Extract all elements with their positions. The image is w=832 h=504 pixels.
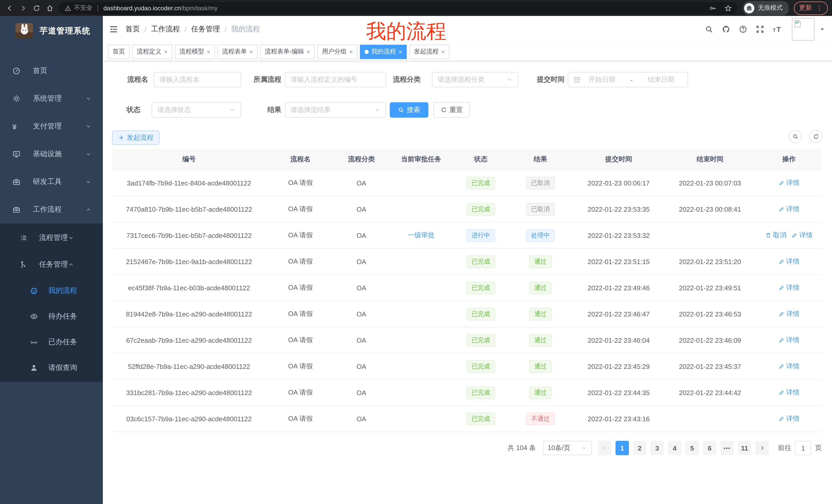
search-button[interactable]: 搜索 [390,102,428,118]
breadcrumb-workflow[interactable]: 工作流程 [151,25,180,34]
browser-menu-icon[interactable]: ⋮ [816,4,823,12]
detail-button[interactable]: 详情 [779,257,800,266]
tab-home[interactable]: 首页 [108,45,130,59]
detail-button[interactable]: 详情 [779,414,800,423]
page-button-1[interactable]: 1 [616,441,629,455]
table-row: 03c6c157-7b9a-11ec-a290-acde48001122 OA … [112,405,822,432]
home-button[interactable] [43,1,57,15]
cell-category: OA [335,222,388,248]
tab-label: 流程模型 [179,47,204,56]
user-menu[interactable] [792,18,825,40]
table-search-toggle-button[interactable] [789,130,802,143]
prev-page-button[interactable] [598,441,612,455]
next-page-button[interactable] [755,441,769,455]
filter-category-select[interactable]: 请选择流程分类 [432,72,518,87]
tab-process-form[interactable]: 流程表单× [217,45,258,59]
site-security[interactable]: 不安全 [65,4,93,12]
update-button[interactable]: 更新 ⋮ [794,1,828,15]
breadcrumb-task-mgmt[interactable]: 任务管理 [191,25,220,34]
logo-image [16,23,33,38]
cell-id: 67c2eaab-7b9a-11ec-a290-acde48001122 [112,327,266,353]
page-size-select[interactable]: 10条/页 [543,441,592,455]
page-button-11[interactable]: 11 [738,441,751,455]
page-button-2[interactable]: 2 [633,441,646,455]
detail-button[interactable]: 详情 [779,335,800,345]
cell-end-time [664,222,756,248]
cell-submit-time: 2022-01-22 23:45:29 [574,353,664,380]
sidebar-item-label: 系统管理 [33,94,85,103]
sidebar-item-home[interactable]: 首页 [0,57,103,85]
tab-user-group[interactable]: 用户分组× [317,45,357,59]
close-icon[interactable]: × [207,49,210,55]
sidebar-item-workflow[interactable]: 工作流程 [0,196,103,223]
tab-my-process[interactable]: 我的流程× [360,45,407,59]
start-process-button[interactable]: 发起流程 [112,131,159,145]
detail-button[interactable]: 详情 [779,309,800,318]
detail-button[interactable]: 详情 [779,362,800,371]
close-icon[interactable]: × [164,49,167,55]
sidebar-collapse-button[interactable] [109,25,118,34]
back-button[interactable] [3,1,17,15]
breadcrumb-home[interactable]: 首页 [126,25,140,34]
table-refresh-button[interactable] [809,130,822,143]
page-button-4[interactable]: 4 [668,441,681,455]
page-button-6[interactable]: 6 [703,441,716,455]
fullscreen-button[interactable] [756,25,764,33]
sidebar-item-my-process[interactable]: 我的流程 [0,278,103,304]
sidebar-item-leave-query[interactable]: 请假查询 [0,355,103,381]
detail-button[interactable]: 详情 [779,388,800,397]
help-button[interactable] [739,25,747,33]
result-badge: 通过 [529,281,552,294]
close-icon[interactable]: × [398,49,402,55]
sidebar-item-done-tasks[interactable]: 已办任务 [0,329,103,355]
reload-button[interactable] [30,1,43,15]
cell-end-time: 2022-01-22 23:44:42 [664,380,756,405]
sidebar-item-label: 工作流程 [33,205,85,214]
forward-button[interactable] [17,1,30,15]
page-button-5[interactable]: 5 [685,441,699,455]
tab-process-form-edit[interactable]: 流程表单-编辑× [260,45,315,59]
detail-button[interactable]: 详情 [779,283,800,292]
font-size-button[interactable]: TT [773,25,783,33]
key-icon[interactable] [709,4,716,11]
sidebar-item-infra[interactable]: 基础设施 [0,140,103,168]
address-bar[interactable]: 不安全 dashboard.yudao.iocoder.cn/bpm/task/… [59,2,738,14]
cancel-button[interactable]: 取消 [765,231,786,240]
sidebar-item-process-mgmt[interactable]: 流程管理 [0,225,103,251]
close-icon[interactable]: × [349,49,353,55]
close-icon[interactable]: × [307,49,310,55]
detail-button[interactable]: 详情 [779,204,800,214]
tab-process-definition[interactable]: 流程定义× [132,45,172,59]
filter-result-select[interactable]: 请选择流结果 [285,102,386,118]
sidebar-item-payment[interactable]: ¥ 支付管理 [0,113,103,140]
filter-status-select[interactable]: 请选择状态 [152,102,241,118]
sidebar-item-devtools[interactable]: 研发工具 [0,168,103,196]
tab-start-process[interactable]: 发起流程× [409,45,449,59]
header-search-button[interactable] [705,25,713,33]
sidebar-item-system[interactable]: 系统管理 [0,85,103,113]
list-icon [20,234,28,242]
filter-parent-input[interactable]: 请输入流程定义的编号 [285,72,386,87]
page-button-3[interactable]: 3 [650,441,664,455]
close-icon[interactable]: × [250,49,253,55]
tab-process-model[interactable]: 流程模型× [175,45,215,59]
breadcrumb-current: 我的流程 [231,25,260,34]
github-link[interactable] [722,25,730,33]
tab-label: 我的流程 [371,47,396,56]
bookmark-star-icon[interactable] [725,4,732,11]
filter-name-input[interactable]: 请输入流程名 [154,72,241,87]
goto-page-input[interactable]: 1 [795,441,811,455]
app-logo[interactable]: 芋道管理系统 [0,16,103,46]
detail-button[interactable]: 详情 [779,178,800,188]
detail-button[interactable]: 详情 [791,231,813,240]
more-pages-button[interactable]: ••• [721,441,734,455]
cell-category: OA [335,275,388,301]
result-badge: 不通过 [526,412,555,425]
task-link[interactable]: 一级审批 [408,231,435,240]
filter-time-range[interactable]: 开始日期 - 结束日期 [568,72,688,87]
reset-button[interactable]: 重置 [434,102,470,118]
sidebar-item-todo-tasks[interactable]: 待办任务 [0,304,103,329]
sidebar-item-task-mgmt[interactable]: 任务管理 [0,251,103,278]
table-header-row: 编号 流程名 流程分类 当前审批任务 状态 结果 提交时间 结束时间 操作 [112,149,822,170]
close-icon[interactable]: × [441,49,445,55]
